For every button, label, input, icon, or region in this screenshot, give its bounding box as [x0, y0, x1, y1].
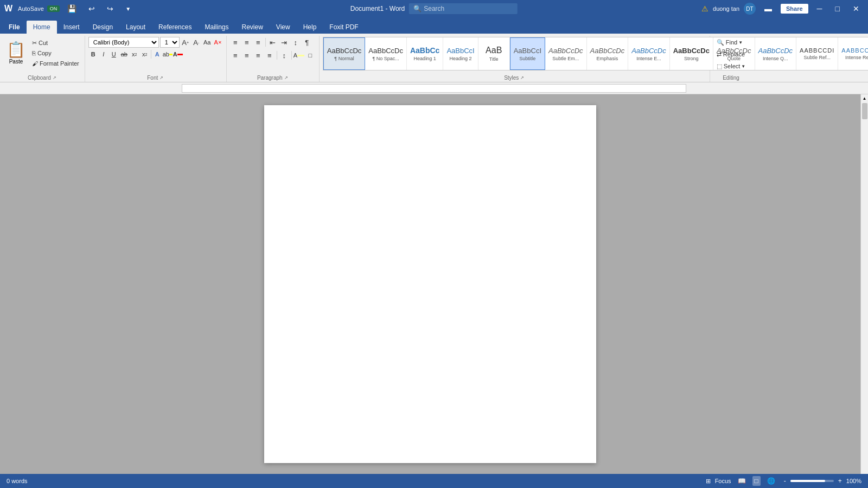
font-expander-icon[interactable]: ↗	[159, 75, 164, 80]
select-dropdown-icon[interactable]: ▼	[741, 64, 745, 69]
align-left-button[interactable]: ≡	[230, 50, 241, 61]
zoom-controls: - + 100%	[782, 476, 861, 486]
sort-button[interactable]: ↕	[290, 37, 301, 48]
cut-button[interactable]: ✂ Cut	[30, 38, 81, 48]
find-dropdown-icon[interactable]: ▼	[738, 40, 743, 45]
paste-button[interactable]: 📋 Paste	[3, 37, 29, 68]
zoom-out-button[interactable]: -	[782, 476, 788, 486]
tab-layout[interactable]: Layout	[119, 21, 152, 34]
minimize-button[interactable]: ─	[813, 2, 827, 15]
document-area[interactable]	[0, 94, 860, 474]
styles-gallery: AaBbCcDc ¶ Normal AaBbCcDc ¶ No Spac... …	[323, 37, 868, 70]
center-button[interactable]: ≡	[241, 50, 252, 61]
italic-button[interactable]: I	[99, 49, 108, 59]
zoom-in-button[interactable]: +	[836, 476, 844, 486]
style-intense-e[interactable]: AaBbCcDc Intense E...	[628, 37, 670, 70]
read-mode-button[interactable]: 📖	[736, 476, 748, 486]
font-group-label: Font	[147, 75, 158, 81]
clipboard-expander-icon[interactable]: ↗	[52, 75, 57, 80]
title-bar-right: ⚠ duong tan DT ▬ Share ─ □ ✕	[701, 2, 864, 15]
justify-button[interactable]: ≡	[264, 50, 275, 61]
tab-insert[interactable]: Insert	[57, 21, 86, 34]
style-normal-label: ¶ Normal	[334, 56, 354, 61]
borders-button[interactable]: □	[305, 50, 316, 61]
clear-format-button[interactable]: A✕	[213, 37, 223, 47]
zoom-slider[interactable]	[790, 480, 834, 482]
text-effects-button[interactable]: A	[152, 49, 162, 59]
increase-indent-button[interactable]: ⇥	[279, 37, 290, 48]
shading-button[interactable]: A	[293, 50, 304, 61]
style-emphasis[interactable]: AaBbCcDc Emphasis	[587, 37, 629, 70]
style-intense-q[interactable]: AaBbCcDc Intense Q...	[755, 37, 797, 70]
highlight-color-button[interactable]: ab	[163, 49, 173, 59]
style-emphasis-preview: AaBbCcDc	[590, 47, 625, 55]
tab-mailings[interactable]: Mailings	[198, 21, 235, 34]
replace-button[interactable]: ⇄ Replace	[713, 49, 748, 60]
tab-foxit[interactable]: Foxit PDF	[323, 21, 365, 34]
ribbon-tabs: File Home Insert Design Layout Reference…	[0, 17, 868, 34]
tab-view[interactable]: View	[270, 21, 297, 34]
style-heading1[interactable]: AaBbCc Heading 1	[407, 37, 443, 70]
tab-design[interactable]: Design	[86, 21, 119, 34]
decrease-font-size-button[interactable]: A-	[192, 37, 201, 47]
style-heading2[interactable]: AaBbCcI Heading 2	[443, 37, 478, 70]
ribbon-display-button[interactable]: ▬	[760, 2, 776, 15]
style-no-spacing[interactable]: AaBbCcDc ¶ No Spac...	[365, 37, 407, 70]
superscript-button[interactable]: x2	[140, 49, 150, 59]
style-intense-re[interactable]: AABBCCDI Intense Re...	[838, 37, 868, 70]
align-right-button[interactable]: ≡	[253, 50, 264, 61]
format-painter-button[interactable]: 🖌 Format Painter	[30, 59, 81, 68]
bold-button[interactable]: B	[88, 49, 98, 59]
select-button[interactable]: ⬚ Select ▼	[713, 61, 749, 72]
find-button[interactable]: 🔍 Find ▼	[713, 37, 746, 48]
close-button[interactable]: ✕	[848, 2, 864, 15]
web-layout-button[interactable]: 🌐	[765, 476, 777, 486]
document-page[interactable]	[264, 105, 596, 463]
style-subtle-em[interactable]: AaBbCcDc Subtle Em...	[545, 37, 587, 70]
subscript-button[interactable]: x2	[130, 49, 139, 59]
select-icon: ⬚	[717, 63, 722, 70]
print-layout-button[interactable]: □	[752, 476, 761, 486]
maximize-button[interactable]: □	[831, 2, 844, 15]
right-scrollbar[interactable]: ▲	[860, 94, 868, 474]
tab-file[interactable]: File	[2, 21, 27, 34]
scroll-thumb[interactable]	[862, 103, 867, 119]
style-subtitle-label: Subtitle	[519, 56, 535, 61]
style-subtitle[interactable]: AaBbCcI Subtitle	[510, 37, 545, 70]
increase-font-size-button[interactable]: A+	[181, 37, 190, 47]
share-button[interactable]: Share	[781, 4, 808, 14]
customize-qat-button[interactable]: ▼	[121, 4, 135, 14]
style-strong[interactable]: AaBbCcDc Strong	[670, 37, 713, 70]
style-subtle-ref[interactable]: AABBCCDI Subtle Ref...	[796, 37, 838, 70]
show-hide-button[interactable]: ¶	[302, 37, 312, 48]
style-title[interactable]: AaB Title	[478, 37, 510, 70]
undo-button[interactable]: ↩	[84, 2, 99, 15]
style-normal[interactable]: AaBbCcDc ¶ Normal	[323, 37, 366, 70]
change-case-button[interactable]: Aa	[202, 37, 212, 47]
bullets-button[interactable]: ≡	[230, 37, 241, 48]
decrease-indent-button[interactable]: ⇤	[267, 37, 278, 48]
line-spacing-button[interactable]: ↕	[279, 50, 290, 61]
numbering-button[interactable]: ≡	[241, 37, 252, 48]
underline-button[interactable]: U	[109, 49, 119, 59]
paragraph-expander-icon[interactable]: ↗	[284, 75, 289, 80]
font-name-selector[interactable]: Calibri (Body)	[88, 37, 159, 48]
strikethrough-button[interactable]: ab	[119, 49, 129, 59]
scroll-up-button[interactable]: ▲	[861, 94, 869, 102]
styles-expander-icon[interactable]: ↗	[520, 75, 525, 80]
search-input[interactable]	[424, 5, 510, 12]
tab-review[interactable]: Review	[235, 21, 269, 34]
avatar[interactable]: DT	[744, 3, 756, 15]
tab-home[interactable]: Home	[27, 21, 57, 34]
autosave-toggle[interactable]: ON	[47, 5, 60, 12]
font-color-button[interactable]: A	[173, 49, 183, 59]
redo-button[interactable]: ↪	[103, 2, 118, 15]
multilevel-list-button[interactable]: ≡	[253, 37, 264, 48]
save-button[interactable]: 💾	[63, 2, 81, 15]
tab-references[interactable]: References	[152, 21, 198, 34]
find-icon: 🔍	[717, 39, 724, 46]
focus-label: Focus	[715, 478, 731, 484]
font-size-selector[interactable]: 11	[160, 37, 180, 48]
copy-button[interactable]: ⎘ Copy	[30, 48, 81, 58]
tab-help[interactable]: Help	[297, 21, 323, 34]
